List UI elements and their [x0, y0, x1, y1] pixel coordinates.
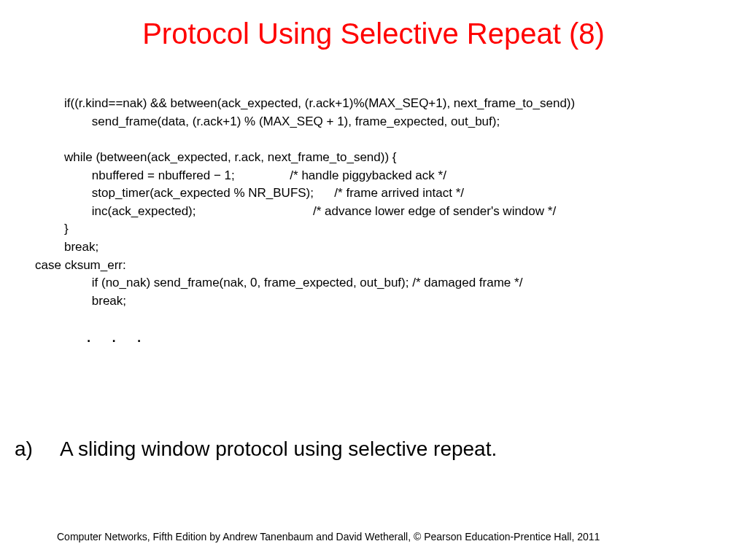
- code-line: break;: [64, 294, 126, 308]
- code-line: }: [64, 222, 69, 236]
- code-line: case cksum_err:: [35, 257, 126, 275]
- code-line: nbuffered = nbuffered − 1; /* handle pig…: [64, 168, 446, 182]
- footer-citation: Computer Networks, Fifth Edition by Andr…: [57, 531, 732, 542]
- caption: a) A sliding window protocol using selec…: [15, 438, 497, 461]
- code-block: if((r.kind==nak) && between(ack_expected…: [64, 95, 732, 311]
- caption-label: a): [15, 438, 58, 461]
- code-line: break;: [64, 240, 98, 254]
- continuation-ellipsis: . . .: [86, 324, 149, 347]
- code-line: if((r.kind==nak) && between(ack_expected…: [64, 96, 575, 110]
- code-line: send_frame(data, (r.ack+1) % (MAX_SEQ + …: [64, 114, 500, 128]
- code-line: inc(ack_expected); /* advance lower edge…: [64, 204, 556, 218]
- slide-title: Protocol Using Selective Repeat (8): [0, 0, 747, 58]
- code-line: if (no_nak) send_frame(nak, 0, frame_exp…: [64, 276, 522, 289]
- code-line: stop_timer(ack_expected % NR_BUFS); /* f…: [64, 186, 464, 200]
- code-line: while (between(ack_expected, r.ack, next…: [64, 150, 396, 164]
- caption-text: A sliding window protocol using selectiv…: [60, 438, 497, 461]
